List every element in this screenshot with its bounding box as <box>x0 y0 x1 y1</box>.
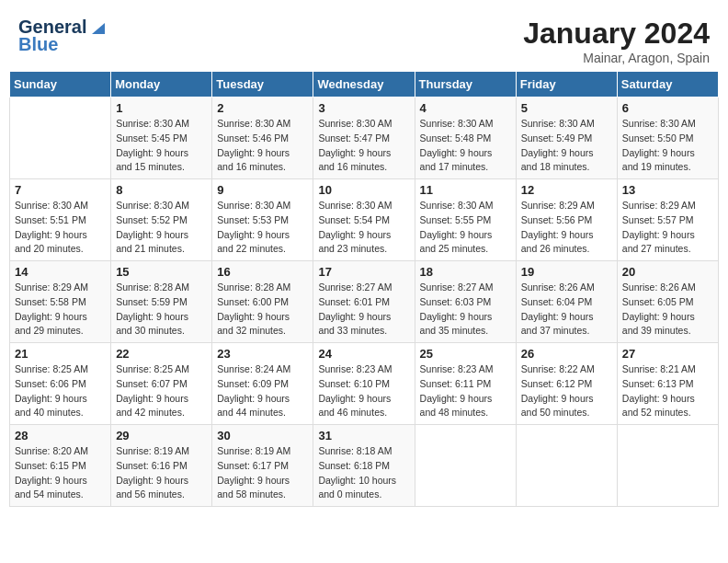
calendar-cell <box>617 425 718 507</box>
calendar-cell: 28Sunrise: 8:20 AMSunset: 6:15 PMDayligh… <box>10 425 111 507</box>
day-number: 27 <box>622 347 713 361</box>
weekday-header-cell: Friday <box>516 72 617 98</box>
calendar-table: SundayMondayTuesdayWednesdayThursdayFrid… <box>9 71 719 507</box>
day-number: 10 <box>318 183 409 197</box>
day-number: 7 <box>15 183 106 197</box>
calendar-cell: 12Sunrise: 8:29 AMSunset: 5:56 PMDayligh… <box>516 179 617 261</box>
calendar-subtitle: Mainar, Aragon, Spain <box>523 51 710 65</box>
calendar-cell: 1Sunrise: 8:30 AMSunset: 5:45 PMDaylight… <box>111 98 212 179</box>
day-number: 31 <box>318 429 409 442</box>
header: General Blue January 2024 Mainar, Aragon… <box>9 9 719 71</box>
weekday-header-cell: Wednesday <box>313 72 415 98</box>
day-number: 8 <box>116 183 207 197</box>
calendar-cell: 22Sunrise: 8:25 AMSunset: 6:07 PMDayligh… <box>111 343 212 425</box>
logo-icon <box>88 17 108 38</box>
day-detail: Sunrise: 8:27 AMSunset: 6:01 PMDaylight:… <box>318 281 409 339</box>
day-number: 28 <box>15 429 106 442</box>
weekday-header-row: SundayMondayTuesdayWednesdayThursdayFrid… <box>10 72 719 98</box>
day-detail: Sunrise: 8:30 AMSunset: 5:45 PMDaylight:… <box>116 117 207 175</box>
calendar-cell: 23Sunrise: 8:24 AMSunset: 6:09 PMDayligh… <box>212 343 313 425</box>
calendar-cell: 2Sunrise: 8:30 AMSunset: 5:46 PMDaylight… <box>212 98 313 179</box>
svg-marker-0 <box>92 23 105 34</box>
calendar-title: January 2024 <box>523 17 710 51</box>
calendar-cell <box>415 425 516 507</box>
calendar-cell: 20Sunrise: 8:26 AMSunset: 6:05 PMDayligh… <box>617 261 718 343</box>
day-detail: Sunrise: 8:30 AMSunset: 5:50 PMDaylight:… <box>622 117 713 175</box>
day-detail: Sunrise: 8:30 AMSunset: 5:55 PMDaylight:… <box>420 199 511 257</box>
calendar-cell <box>10 98 111 179</box>
day-detail: Sunrise: 8:25 AMSunset: 6:06 PMDaylight:… <box>15 362 106 420</box>
calendar-cell: 13Sunrise: 8:29 AMSunset: 5:57 PMDayligh… <box>617 179 718 261</box>
calendar-cell: 10Sunrise: 8:30 AMSunset: 5:54 PMDayligh… <box>313 179 415 261</box>
calendar-cell <box>516 425 617 507</box>
weekday-header-cell: Thursday <box>415 72 516 98</box>
calendar-cell: 7Sunrise: 8:30 AMSunset: 5:51 PMDaylight… <box>10 179 111 261</box>
logo: General Blue <box>18 17 108 55</box>
weekday-header-cell: Tuesday <box>212 72 313 98</box>
day-detail: Sunrise: 8:24 AMSunset: 6:09 PMDaylight:… <box>217 362 308 420</box>
day-detail: Sunrise: 8:30 AMSunset: 5:47 PMDaylight:… <box>318 117 409 175</box>
calendar-cell: 6Sunrise: 8:30 AMSunset: 5:50 PMDaylight… <box>617 98 718 179</box>
day-detail: Sunrise: 8:30 AMSunset: 5:46 PMDaylight:… <box>217 117 308 175</box>
calendar-cell: 11Sunrise: 8:30 AMSunset: 5:55 PMDayligh… <box>415 179 516 261</box>
day-number: 19 <box>521 265 612 279</box>
day-detail: Sunrise: 8:28 AMSunset: 5:59 PMDaylight:… <box>116 281 207 339</box>
day-number: 21 <box>15 347 106 361</box>
day-detail: Sunrise: 8:22 AMSunset: 6:12 PMDaylight:… <box>521 362 612 420</box>
calendar-week-row: 14Sunrise: 8:29 AMSunset: 5:58 PMDayligh… <box>10 261 719 343</box>
calendar-week-row: 1Sunrise: 8:30 AMSunset: 5:45 PMDaylight… <box>10 98 719 179</box>
day-detail: Sunrise: 8:23 AMSunset: 6:10 PMDaylight:… <box>318 362 409 420</box>
day-detail: Sunrise: 8:25 AMSunset: 6:07 PMDaylight:… <box>116 362 207 420</box>
day-number: 11 <box>420 183 511 197</box>
calendar-cell: 30Sunrise: 8:19 AMSunset: 6:17 PMDayligh… <box>212 425 313 507</box>
day-detail: Sunrise: 8:29 AMSunset: 5:57 PMDaylight:… <box>622 199 713 257</box>
calendar-cell: 16Sunrise: 8:28 AMSunset: 6:00 PMDayligh… <box>212 261 313 343</box>
day-number: 9 <box>217 183 308 197</box>
day-detail: Sunrise: 8:18 AMSunset: 6:18 PMDaylight:… <box>318 444 409 502</box>
weekday-header-cell: Monday <box>111 72 212 98</box>
weekday-header-cell: Saturday <box>617 72 718 98</box>
calendar-cell: 19Sunrise: 8:26 AMSunset: 6:04 PMDayligh… <box>516 261 617 343</box>
day-number: 24 <box>318 347 409 361</box>
day-detail: Sunrise: 8:27 AMSunset: 6:03 PMDaylight:… <box>420 281 511 339</box>
calendar-cell: 5Sunrise: 8:30 AMSunset: 5:49 PMDaylight… <box>516 98 617 179</box>
day-detail: Sunrise: 8:20 AMSunset: 6:15 PMDaylight:… <box>15 444 106 502</box>
day-detail: Sunrise: 8:21 AMSunset: 6:13 PMDaylight:… <box>622 362 713 420</box>
calendar-cell: 29Sunrise: 8:19 AMSunset: 6:16 PMDayligh… <box>111 425 212 507</box>
day-number: 23 <box>217 347 308 361</box>
day-number: 16 <box>217 265 308 279</box>
logo-blue: Blue <box>18 34 58 55</box>
day-number: 30 <box>217 429 308 442</box>
day-number: 4 <box>420 101 511 115</box>
calendar-cell: 25Sunrise: 8:23 AMSunset: 6:11 PMDayligh… <box>415 343 516 425</box>
day-detail: Sunrise: 8:30 AMSunset: 5:48 PMDaylight:… <box>420 117 511 175</box>
calendar-cell: 4Sunrise: 8:30 AMSunset: 5:48 PMDaylight… <box>415 98 516 179</box>
day-detail: Sunrise: 8:30 AMSunset: 5:54 PMDaylight:… <box>318 199 409 257</box>
calendar-cell: 27Sunrise: 8:21 AMSunset: 6:13 PMDayligh… <box>617 343 718 425</box>
day-detail: Sunrise: 8:19 AMSunset: 6:17 PMDaylight:… <box>217 444 308 502</box>
calendar-week-row: 7Sunrise: 8:30 AMSunset: 5:51 PMDaylight… <box>10 179 719 261</box>
day-number: 15 <box>116 265 207 279</box>
day-detail: Sunrise: 8:26 AMSunset: 6:04 PMDaylight:… <box>521 281 612 339</box>
day-number: 3 <box>318 101 409 115</box>
calendar-cell: 17Sunrise: 8:27 AMSunset: 6:01 PMDayligh… <box>313 261 415 343</box>
calendar-cell: 3Sunrise: 8:30 AMSunset: 5:47 PMDaylight… <box>313 98 415 179</box>
day-number: 13 <box>622 183 713 197</box>
day-number: 25 <box>420 347 511 361</box>
day-detail: Sunrise: 8:19 AMSunset: 6:16 PMDaylight:… <box>116 444 207 502</box>
calendar-cell: 24Sunrise: 8:23 AMSunset: 6:10 PMDayligh… <box>313 343 415 425</box>
day-detail: Sunrise: 8:28 AMSunset: 6:00 PMDaylight:… <box>217 281 308 339</box>
title-area: January 2024 Mainar, Aragon, Spain <box>523 17 710 65</box>
day-number: 5 <box>521 101 612 115</box>
calendar-cell: 18Sunrise: 8:27 AMSunset: 6:03 PMDayligh… <box>415 261 516 343</box>
day-number: 29 <box>116 429 207 442</box>
calendar-cell: 9Sunrise: 8:30 AMSunset: 5:53 PMDaylight… <box>212 179 313 261</box>
day-number: 22 <box>116 347 207 361</box>
day-number: 1 <box>116 101 207 115</box>
day-number: 26 <box>521 347 612 361</box>
day-detail: Sunrise: 8:23 AMSunset: 6:11 PMDaylight:… <box>420 362 511 420</box>
calendar-week-row: 28Sunrise: 8:20 AMSunset: 6:15 PMDayligh… <box>10 425 719 507</box>
day-number: 14 <box>15 265 106 279</box>
day-number: 20 <box>622 265 713 279</box>
calendar-cell: 15Sunrise: 8:28 AMSunset: 5:59 PMDayligh… <box>111 261 212 343</box>
